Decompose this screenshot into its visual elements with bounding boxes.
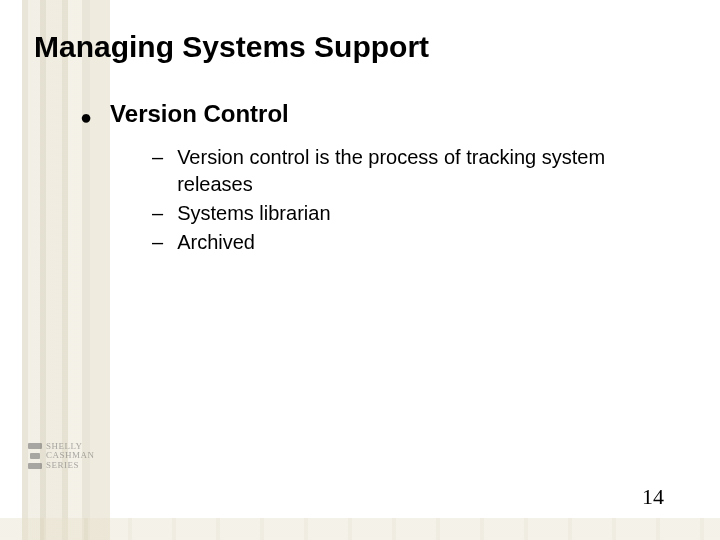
sub-bullet-item: – Archived <box>152 229 650 256</box>
bullet-label: Version Control <box>110 100 289 128</box>
slide-content: Managing Systems Support ● Version Contr… <box>0 0 720 256</box>
decorative-bottom-strip <box>0 518 720 540</box>
slide-title: Managing Systems Support <box>34 30 680 64</box>
dash-icon: – <box>152 200 163 227</box>
dash-icon: – <box>152 229 163 256</box>
sub-bullet-text: Systems librarian <box>177 200 330 227</box>
sub-bullet-item: – Version control is the process of trac… <box>152 144 650 198</box>
sub-bullet-item: – Systems librarian <box>152 200 650 227</box>
page-number: 14 <box>642 484 664 510</box>
logo-text: Shelly Cashman Series <box>46 442 95 470</box>
series-logo: Shelly Cashman Series <box>28 432 104 480</box>
sub-bullet-list: – Version control is the process of trac… <box>152 144 650 256</box>
sub-bullet-text: Version control is the process of tracki… <box>177 144 650 198</box>
logo-bars-icon <box>28 443 42 469</box>
bullet-item: ● Version Control <box>80 100 680 128</box>
bullet-dot-icon: ● <box>80 107 92 127</box>
sub-bullet-text: Archived <box>177 229 255 256</box>
logo-line: Series <box>46 461 95 470</box>
dash-icon: – <box>152 144 163 171</box>
